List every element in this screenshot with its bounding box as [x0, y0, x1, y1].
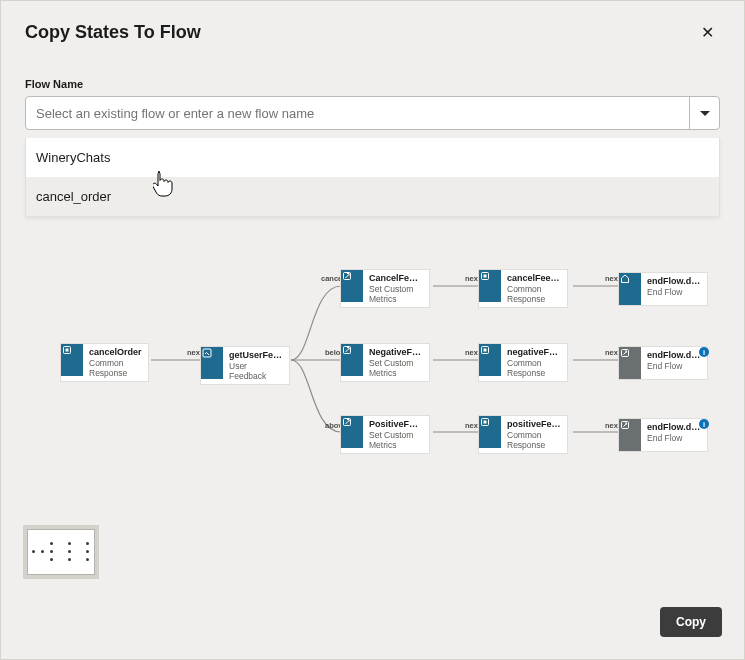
info-icon[interactable]: i — [699, 419, 709, 429]
node-endflow-done-3[interactable]: endFlow.don… End Flow — [619, 419, 707, 451]
node-icon — [341, 270, 363, 302]
flow-diagram: next cancel below above next next next n… — [1, 259, 745, 479]
info-icon[interactable]: i — [699, 347, 709, 357]
node-icon — [619, 419, 641, 451]
dropdown-option[interactable]: cancel_order — [26, 177, 719, 216]
svg-rect-7 — [484, 275, 487, 278]
dropdown-option[interactable]: WineryChats — [26, 138, 719, 177]
node-icon — [619, 273, 641, 305]
node-cancel-feedback-tpl[interactable]: CancelFeedbac… Set Custom Metrics — [341, 270, 429, 307]
node-negative-feedb-tpl[interactable]: NegativeFeedb… Set Custom Metrics — [341, 344, 429, 381]
node-icon — [479, 344, 501, 376]
node-positive-feedb-tpl[interactable]: PositiveFeedb… Set Custom Metrics — [341, 416, 429, 453]
node-icon — [619, 347, 641, 379]
node-endflow-done-1[interactable]: endFlow.done End Flow — [619, 273, 707, 305]
dropdown-toggle[interactable] — [689, 97, 719, 129]
node-icon — [479, 270, 501, 302]
flow-name-input[interactable] — [26, 97, 689, 129]
svg-rect-9 — [484, 349, 487, 352]
node-endflow-done-2[interactable]: endFlow.don… End Flow — [619, 347, 707, 379]
copy-button[interactable]: Copy — [660, 607, 722, 637]
node-positive-feedback[interactable]: positiveFeedback Common Response — [479, 416, 567, 453]
minimap-dots — [32, 542, 90, 562]
node-icon — [341, 416, 363, 448]
node-icon — [479, 416, 501, 448]
node-icon — [201, 347, 223, 379]
flow-name-combo[interactable]: WineryChats cancel_order — [25, 96, 720, 130]
chevron-down-icon — [700, 111, 710, 116]
node-cancel-feedback[interactable]: cancelFeedback Common Response — [479, 270, 567, 307]
flow-name-label: Flow Name — [1, 50, 744, 96]
dialog-title: Copy States To Flow — [25, 22, 695, 43]
minimap[interactable] — [23, 525, 99, 579]
flow-dropdown: WineryChats cancel_order — [25, 138, 720, 217]
svg-rect-1 — [66, 349, 69, 352]
node-icon — [341, 344, 363, 376]
svg-rect-11 — [484, 421, 487, 424]
node-negative-feedb[interactable]: negativeFeedb… Common Response — [479, 344, 567, 381]
close-icon[interactable]: ✕ — [695, 19, 720, 46]
node-get-user-feedback[interactable]: getUserFeedback User Feedback — [201, 347, 289, 384]
node-icon — [61, 344, 83, 376]
node-cancel-order[interactable]: cancelOrder Common Response — [61, 344, 148, 381]
